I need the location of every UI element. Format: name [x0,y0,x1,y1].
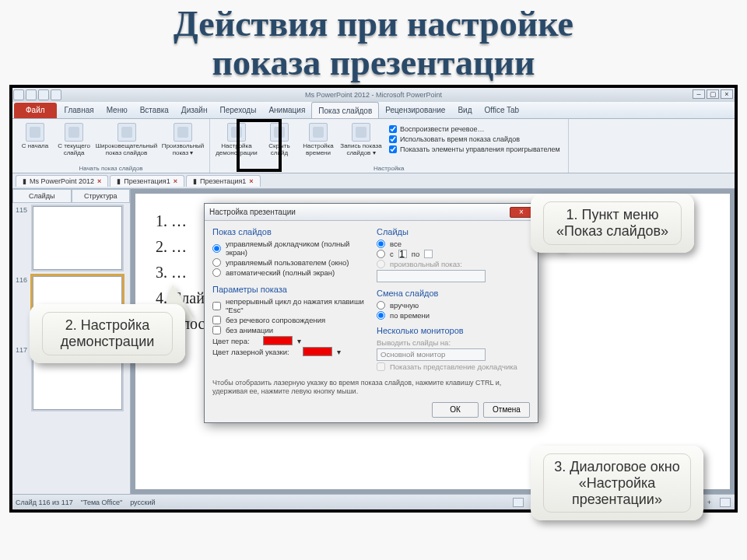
pen-color-picker[interactable] [263,336,293,345]
record-icon [352,123,370,142]
language[interactable]: русский [130,499,155,506]
fit-button[interactable] [720,498,731,507]
zoom-in-button[interactable]: + [707,499,711,506]
hide-icon [270,123,289,142]
theme-name: "Тема Office" [81,499,122,506]
section-monitors: Несколько мониторов [377,326,530,335]
ok-button[interactable]: ОК [432,402,479,418]
powerpoint-window: Ms PowerPoint 2012 - Microsoft PowerPoin… [9,85,738,513]
opt-custom-show[interactable]: произвольный показ: [377,260,530,268]
window-titlebar: Ms PowerPoint 2012 - Microsoft PowerPoin… [12,88,735,102]
chk-use-timings[interactable]: Использовать время показа слайдов [389,135,560,143]
section-slides: Слайды [377,227,530,236]
opt-individual[interactable]: управляемый пользователем (окно) [212,258,366,267]
btn-from-start[interactable]: С начала [16,121,54,165]
dialog-title: Настройка презентации [209,208,296,216]
label-output: Выводить слайды на: [377,338,530,347]
callout-1: 1. Пункт меню «Показ слайдов» [531,194,694,252]
pp-icon: ▮ [193,177,197,185]
ribbon: С начала С текущего слайда Широковещател… [12,119,735,173]
laser-hint: Чтобы отобразить лазерную указку во врем… [212,379,530,396]
monitor-combo[interactable]: Основной монитор [377,348,486,361]
chk-loop[interactable]: непрерывный цикл до нажатия клавиши "Esc… [212,297,366,314]
close-icon[interactable]: × [249,177,253,185]
tab-review[interactable]: Рецензирование [379,102,451,118]
dialog-close-button[interactable]: × [510,207,533,218]
chk-play-narration[interactable]: Воспроизвести речевое… [389,125,560,133]
slide-counter: Слайд 116 из 117 [16,499,73,506]
chk-show-controls[interactable]: Показать элементы управления проигрывате… [389,145,560,153]
btn-setup-show[interactable]: Настройка демонстрации [213,121,260,165]
section-show-options: Параметры показа [212,285,366,294]
side-tab-slides[interactable]: Слайды [12,189,72,203]
dialog-setup-show: Настройка презентации × Показ слайдов уп… [204,203,538,423]
laser-color-picker[interactable] [303,347,332,356]
tab-slideshow[interactable]: Показ слайдов [311,102,379,118]
side-tab-outline[interactable]: Структура [72,189,131,203]
window-title: Ms PowerPoint 2012 - Microsoft PowerPoin… [12,91,735,99]
close-icon[interactable]: × [174,177,177,185]
tab-insert[interactable]: Вставка [134,102,175,118]
tab-view[interactable]: Вид [451,102,478,118]
doc-tab[interactable]: ▮Ms PowerPoint 2012× [16,175,108,187]
chk-no-narration[interactable]: без речевого сопровождения [212,316,366,324]
play-icon [26,123,44,142]
btn-hide-slide[interactable]: Скрыть слайд [260,121,299,165]
minimize-button[interactable]: – [693,89,705,99]
opt-all-slides[interactable]: все [377,240,530,248]
btn-broadcast[interactable]: Широковещательный показ слайдов [93,121,160,165]
btn-record[interactable]: Запись показа слайдов ▾ [338,121,384,165]
callout-2: 2. Настройка демонстрации [30,304,185,362]
opt-speaker[interactable]: управляемый докладчиком (полный экран) [212,240,366,257]
doc-tab[interactable]: ▮Презентация1× [110,175,184,187]
group-setup: Настройка [213,165,565,173]
callout-3: 3. Диалоговое окно «Настройка презентаци… [531,446,703,520]
setup-icon [227,123,246,142]
play-current-icon [65,123,83,142]
close-icon[interactable]: × [97,177,101,185]
tab-transitions[interactable]: Переходы [213,102,262,118]
custom-show-combo[interactable] [377,270,486,282]
btn-from-current[interactable]: С текущего слайда [54,121,93,165]
tab-officetab[interactable]: Office Tab [479,102,526,118]
ribbon-tabs: Файл Главная Меню Вставка Дизайн Переход… [12,102,735,119]
to-input [424,250,433,258]
broadcast-icon [117,123,136,142]
btn-custom-show[interactable]: Произвольный показ ▾ [160,121,206,165]
pen-color-row: Цвет пера: ▾ [212,336,366,345]
tab-file[interactable]: Файл [14,103,57,118]
tab-animation[interactable]: Анимация [262,102,311,118]
opt-range[interactable]: с по [377,250,530,258]
doc-tab[interactable]: ▮Презентация1× [186,175,261,187]
timer-icon [309,123,328,142]
view-normal-icon[interactable] [513,498,524,507]
maximize-button[interactable]: ▢ [707,89,719,99]
close-button[interactable]: × [721,89,733,99]
thumb[interactable]: 115 [16,206,127,270]
section-show-type: Показ слайдов [212,227,366,236]
chk-no-animation[interactable]: без анимации [212,326,366,334]
opt-timed[interactable]: по времени [377,311,530,320]
pp-icon: ▮ [117,177,121,185]
custom-show-icon [174,123,192,142]
page-title: Действия при настройке показа презентаци… [0,5,747,82]
tab-menu[interactable]: Меню [100,102,134,118]
group-start-slideshow: Начать показ слайдов [16,165,206,173]
cancel-button[interactable]: Отмена [483,402,530,418]
pp-icon: ▮ [23,177,26,185]
btn-rehearse[interactable]: Настройка времени [299,121,338,165]
section-advance: Смена слайдов [377,289,530,298]
laser-color-row: Цвет лазерной указки: ▾ [212,347,366,356]
document-tabs: ▮Ms PowerPoint 2012× ▮Презентация1× ▮Пре… [12,173,735,189]
chk-presenter-view[interactable]: Показать представление докладчика [377,362,530,371]
from-input [398,250,407,258]
opt-kiosk[interactable]: автоматический (полный экран) [212,268,366,277]
tab-home[interactable]: Главная [58,102,100,118]
tab-design[interactable]: Дизайн [175,102,214,118]
opt-manual[interactable]: вручную [377,301,530,310]
